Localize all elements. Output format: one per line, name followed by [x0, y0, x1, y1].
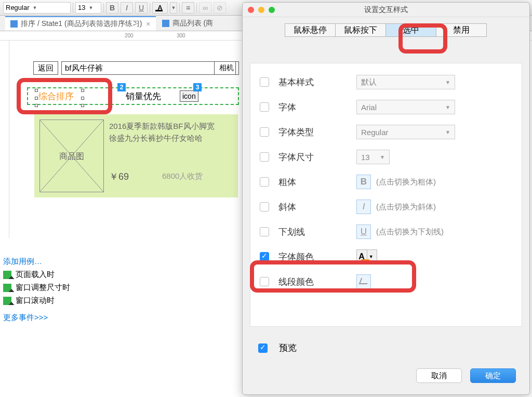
chk-fonttype[interactable]	[260, 127, 269, 137]
chk-basestyle[interactable]	[260, 77, 269, 87]
more-events-link[interactable]: 更多事件>>>	[3, 313, 70, 323]
underline-button[interactable]: U	[135, 2, 148, 14]
product-price: ￥69	[109, 170, 129, 183]
chk-bold[interactable]	[260, 177, 269, 187]
sort-icon-btn[interactable]: icon	[180, 90, 198, 102]
interactions-panel: 添加用例… 页面载入时 窗口调整尺寸时 窗口滚动时 更多事件>>>	[3, 257, 70, 323]
underline-toggle[interactable]: U	[356, 224, 371, 239]
vertical-ruler	[0, 41, 9, 238]
chk-preview[interactable]	[258, 343, 268, 353]
chk-font[interactable]	[260, 102, 269, 112]
product-title: 2016夏季新款韩版BF风小脚宽徐盛九分长裤抄牛仔女哈哈	[109, 121, 215, 144]
linecolor-picker[interactable]	[356, 274, 371, 289]
fontcolor-picker[interactable]: A▼	[356, 249, 377, 264]
dialog-titlebar[interactable]: 设置交互样式	[243, 3, 529, 17]
tab-hover[interactable]: 鼠标悬停	[285, 23, 336, 37]
interaction-styles-dialog: 设置交互样式 鼠标悬停 鼠标按下 选中 禁用 基本样式默认▼ 字体Arial▼ …	[242, 2, 530, 395]
event-icon	[3, 271, 11, 279]
font-style-select[interactable]: Regular▼	[3, 2, 71, 14]
bold-toggle[interactable]: B	[356, 175, 371, 189]
sort-sales[interactable]: 销量优先	[126, 90, 161, 102]
sort-row: 综合排序 2 销量优先 3 icon	[27, 87, 239, 105]
chk-linecolor[interactable]	[260, 277, 269, 286]
footnote-2: 2	[117, 83, 126, 91]
minimize-icon[interactable]	[258, 7, 264, 13]
close-icon[interactable]: ×	[146, 20, 150, 28]
fonttype-select[interactable]: Regular▼	[356, 125, 455, 139]
link-icon[interactable]: ∞	[199, 2, 211, 14]
back-button[interactable]: 返回	[33, 61, 58, 75]
case-window-scroll[interactable]: 窗口滚动时	[3, 296, 70, 306]
ok-button[interactable]: 确定	[470, 368, 516, 383]
product-card: 商品图 2016夏季新款韩版BF风小脚宽徐盛九分长裤抄牛仔女哈哈 ￥69 680…	[34, 114, 238, 197]
footnote-3: 3	[193, 83, 202, 91]
italic-toggle[interactable]: I	[356, 200, 371, 214]
tab-disabled[interactable]: 禁用	[436, 23, 487, 37]
doc-tab-2[interactable]: 商品列表 (商	[157, 17, 219, 30]
unlink-icon[interactable]: ⊘	[214, 2, 226, 14]
search-input[interactable]: bf风牛仔裤	[61, 61, 236, 75]
event-icon	[3, 284, 11, 292]
chk-fontcolor[interactable]	[260, 252, 269, 261]
font-select[interactable]: Arial▼	[356, 100, 455, 114]
property-list: 基本样式默认▼ 字体Arial▼ 字体类型Regular▼ 字体尺寸13▼ 粗体…	[250, 63, 522, 327]
cancel-button[interactable]: 取消	[416, 368, 462, 383]
camera-button[interactable]: 相机	[214, 61, 239, 75]
event-icon	[3, 297, 11, 305]
fontsize-select[interactable]: 13▼	[356, 150, 390, 164]
bullets-icon[interactable]: ≡	[182, 2, 194, 14]
close-icon[interactable]	[248, 7, 254, 13]
zoom-icon[interactable]	[269, 7, 275, 13]
chk-underline[interactable]	[260, 227, 269, 236]
case-page-load[interactable]: 页面载入时	[3, 270, 70, 280]
chk-italic[interactable]	[260, 202, 269, 211]
state-tabs: 鼠标悬停 鼠标按下 选中 禁用	[243, 17, 529, 43]
italic-button[interactable]: I	[121, 2, 133, 14]
basestyle-select[interactable]: 默认▼	[356, 75, 455, 89]
sort-comprehensive[interactable]: 综合排序	[38, 91, 74, 101]
chk-fontsize[interactable]	[260, 152, 269, 162]
tab-mousedown[interactable]: 鼠标按下	[335, 23, 386, 37]
product-image-placeholder: 商品图	[39, 120, 104, 192]
text-color-button[interactable]: A	[152, 2, 168, 14]
bold-button[interactable]: B	[106, 2, 118, 14]
font-size-select[interactable]: 13▼	[75, 2, 101, 14]
product-buyers: 6800人收货	[162, 171, 203, 181]
preview-row: 预览	[258, 342, 297, 354]
tab-selected[interactable]: 选中	[385, 23, 436, 37]
doc-tab-1[interactable]: 排序 / State1 (商品列表筛选排序练习)×	[5, 16, 156, 31]
case-window-resize[interactable]: 窗口调整尺寸时	[3, 283, 70, 293]
text-color-arrow[interactable]: ▼	[170, 2, 177, 14]
dialog-title: 设置交互样式	[364, 5, 408, 15]
add-case-link[interactable]: 添加用例…	[3, 257, 42, 266]
